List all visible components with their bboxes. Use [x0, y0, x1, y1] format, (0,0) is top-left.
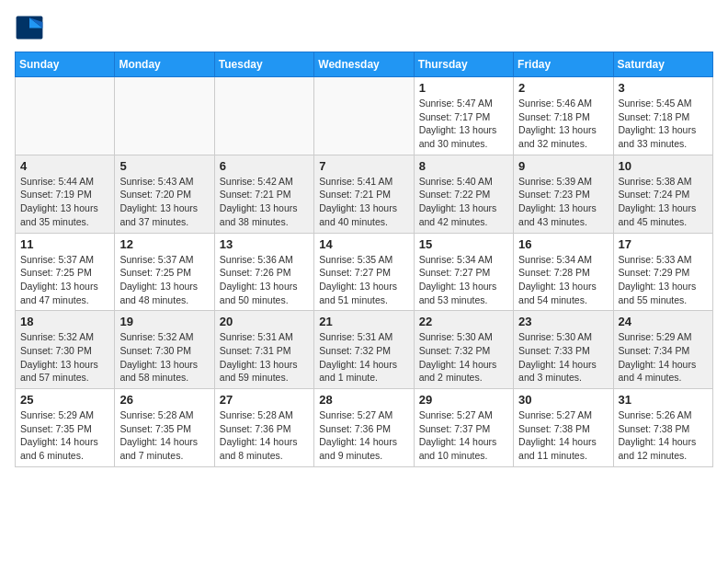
day-number: 18	[20, 315, 109, 328]
day-info: Sunrise: 5:41 AM Sunset: 7:21 PM Dayligh…	[319, 175, 408, 229]
day-number: 19	[119, 315, 209, 328]
day-number: 1	[419, 81, 508, 95]
day-info: Sunrise: 5:36 AM Sunset: 7:26 PM Dayligh…	[220, 253, 309, 307]
day-number: 22	[419, 315, 508, 328]
day-info: Sunrise: 5:34 AM Sunset: 7:27 PM Dayligh…	[419, 253, 508, 307]
calendar-cell: 3Sunrise: 5:45 AM Sunset: 7:18 PM Daylig…	[613, 77, 712, 155]
weekday-saturday: Saturday	[613, 52, 712, 77]
calendar-cell: 13Sunrise: 5:36 AM Sunset: 7:26 PM Dayli…	[214, 233, 313, 311]
weekday-row: SundayMondayTuesdayWednesdayThursdayFrid…	[16, 52, 713, 77]
day-number: 6	[220, 159, 309, 173]
week-row-4: 18Sunrise: 5:32 AM Sunset: 7:30 PM Dayli…	[16, 311, 713, 389]
day-info: Sunrise: 5:40 AM Sunset: 7:22 PM Dayligh…	[419, 175, 508, 229]
day-info: Sunrise: 5:47 AM Sunset: 7:17 PM Dayligh…	[419, 97, 508, 151]
day-info: Sunrise: 5:34 AM Sunset: 7:28 PM Dayligh…	[518, 253, 608, 307]
weekday-monday: Monday	[115, 52, 214, 77]
day-info: Sunrise: 5:38 AM Sunset: 7:24 PM Dayligh…	[619, 175, 708, 229]
day-info: Sunrise: 5:32 AM Sunset: 7:30 PM Dayligh…	[119, 330, 209, 385]
day-number: 30	[518, 393, 608, 407]
calendar-cell: 10Sunrise: 5:38 AM Sunset: 7:24 PM Dayli…	[613, 155, 712, 233]
calendar-cell: 6Sunrise: 5:42 AM Sunset: 7:21 PM Daylig…	[214, 155, 313, 233]
calendar-cell: 8Sunrise: 5:40 AM Sunset: 7:22 PM Daylig…	[414, 155, 513, 233]
week-row-1: 1Sunrise: 5:47 AM Sunset: 7:17 PM Daylig…	[16, 77, 713, 155]
day-info: Sunrise: 5:28 AM Sunset: 7:35 PM Dayligh…	[119, 408, 209, 463]
day-info: Sunrise: 5:32 AM Sunset: 7:30 PM Dayligh…	[20, 330, 109, 385]
calendar-cell: 29Sunrise: 5:27 AM Sunset: 7:37 PM Dayli…	[414, 389, 513, 467]
day-number: 3	[619, 81, 708, 95]
calendar-cell: 4Sunrise: 5:44 AM Sunset: 7:19 PM Daylig…	[16, 155, 115, 233]
day-number: 29	[419, 393, 508, 407]
day-info: Sunrise: 5:28 AM Sunset: 7:36 PM Dayligh…	[220, 408, 309, 463]
calendar-cell: 5Sunrise: 5:43 AM Sunset: 7:20 PM Daylig…	[115, 155, 214, 233]
calendar-cell: 7Sunrise: 5:41 AM Sunset: 7:21 PM Daylig…	[314, 155, 414, 233]
day-info: Sunrise: 5:33 AM Sunset: 7:29 PM Dayligh…	[619, 253, 708, 307]
calendar-cell: 9Sunrise: 5:39 AM Sunset: 7:23 PM Daylig…	[514, 155, 613, 233]
day-info: Sunrise: 5:30 AM Sunset: 7:32 PM Dayligh…	[419, 330, 508, 385]
calendar-cell: 14Sunrise: 5:35 AM Sunset: 7:27 PM Dayli…	[314, 233, 414, 311]
calendar-cell: 25Sunrise: 5:29 AM Sunset: 7:35 PM Dayli…	[16, 389, 115, 467]
day-number: 21	[319, 315, 408, 328]
calendar-cell: 20Sunrise: 5:31 AM Sunset: 7:31 PM Dayli…	[214, 311, 313, 389]
day-number: 25	[20, 393, 109, 407]
day-number: 7	[319, 159, 408, 173]
calendar-cell: 27Sunrise: 5:28 AM Sunset: 7:36 PM Dayli…	[214, 389, 313, 467]
day-number: 13	[220, 237, 309, 251]
day-info: Sunrise: 5:46 AM Sunset: 7:18 PM Dayligh…	[518, 97, 608, 151]
day-info: Sunrise: 5:31 AM Sunset: 7:31 PM Dayligh…	[220, 330, 309, 385]
day-info: Sunrise: 5:30 AM Sunset: 7:33 PM Dayligh…	[518, 330, 608, 385]
day-number: 26	[119, 393, 209, 407]
day-info: Sunrise: 5:39 AM Sunset: 7:23 PM Dayligh…	[518, 175, 608, 229]
day-number: 16	[518, 237, 608, 251]
calendar-cell	[16, 77, 115, 155]
calendar-cell: 31Sunrise: 5:26 AM Sunset: 7:38 PM Dayli…	[613, 389, 712, 467]
calendar-cell: 22Sunrise: 5:30 AM Sunset: 7:32 PM Dayli…	[414, 311, 513, 389]
day-info: Sunrise: 5:29 AM Sunset: 7:35 PM Dayligh…	[20, 408, 109, 463]
calendar-cell: 28Sunrise: 5:27 AM Sunset: 7:36 PM Dayli…	[314, 389, 414, 467]
day-info: Sunrise: 5:26 AM Sunset: 7:38 PM Dayligh…	[619, 408, 708, 463]
calendar-cell: 2Sunrise: 5:46 AM Sunset: 7:18 PM Daylig…	[514, 77, 613, 155]
day-number: 14	[319, 237, 408, 251]
calendar-cell: 15Sunrise: 5:34 AM Sunset: 7:27 PM Dayli…	[414, 233, 513, 311]
calendar-cell: 11Sunrise: 5:37 AM Sunset: 7:25 PM Dayli…	[16, 233, 115, 311]
day-info: Sunrise: 5:27 AM Sunset: 7:37 PM Dayligh…	[419, 408, 508, 463]
calendar-cell	[314, 77, 414, 155]
day-info: Sunrise: 5:44 AM Sunset: 7:19 PM Dayligh…	[20, 175, 109, 229]
day-number: 10	[619, 159, 708, 173]
day-number: 28	[319, 393, 408, 407]
weekday-sunday: Sunday	[16, 52, 115, 77]
calendar-cell: 12Sunrise: 5:37 AM Sunset: 7:25 PM Dayli…	[115, 233, 214, 311]
week-row-5: 25Sunrise: 5:29 AM Sunset: 7:35 PM Dayli…	[16, 389, 713, 467]
logo	[15, 15, 48, 40]
calendar-cell: 21Sunrise: 5:31 AM Sunset: 7:32 PM Dayli…	[314, 311, 414, 389]
calendar-cell: 16Sunrise: 5:34 AM Sunset: 7:28 PM Dayli…	[514, 233, 613, 311]
day-number: 5	[119, 159, 209, 173]
weekday-friday: Friday	[514, 52, 613, 77]
calendar-cell	[214, 77, 313, 155]
calendar-header: SundayMondayTuesdayWednesdayThursdayFrid…	[16, 52, 713, 77]
calendar-cell: 18Sunrise: 5:32 AM Sunset: 7:30 PM Dayli…	[16, 311, 115, 389]
weekday-tuesday: Tuesday	[214, 52, 313, 77]
calendar-cell: 23Sunrise: 5:30 AM Sunset: 7:33 PM Dayli…	[514, 311, 613, 389]
day-info: Sunrise: 5:27 AM Sunset: 7:36 PM Dayligh…	[319, 408, 408, 463]
day-info: Sunrise: 5:42 AM Sunset: 7:21 PM Dayligh…	[220, 175, 309, 229]
day-number: 12	[119, 237, 209, 251]
day-info: Sunrise: 5:35 AM Sunset: 7:27 PM Dayligh…	[319, 253, 408, 307]
day-number: 31	[619, 393, 708, 407]
logo-icon	[15, 15, 44, 40]
day-number: 17	[619, 237, 708, 251]
day-info: Sunrise: 5:27 AM Sunset: 7:38 PM Dayligh…	[518, 408, 608, 463]
day-info: Sunrise: 5:37 AM Sunset: 7:25 PM Dayligh…	[119, 253, 209, 307]
day-number: 9	[518, 159, 608, 173]
week-row-2: 4Sunrise: 5:44 AM Sunset: 7:19 PM Daylig…	[16, 155, 713, 233]
calendar-body: 1Sunrise: 5:47 AM Sunset: 7:17 PM Daylig…	[16, 77, 713, 467]
calendar-cell: 30Sunrise: 5:27 AM Sunset: 7:38 PM Dayli…	[514, 389, 613, 467]
day-info: Sunrise: 5:31 AM Sunset: 7:32 PM Dayligh…	[319, 330, 408, 385]
day-number: 20	[220, 315, 309, 328]
day-info: Sunrise: 5:43 AM Sunset: 7:20 PM Dayligh…	[119, 175, 209, 229]
weekday-wednesday: Wednesday	[314, 52, 414, 77]
day-number: 8	[419, 159, 508, 173]
calendar-cell	[115, 77, 214, 155]
day-info: Sunrise: 5:45 AM Sunset: 7:18 PM Dayligh…	[619, 97, 708, 151]
calendar-cell: 24Sunrise: 5:29 AM Sunset: 7:34 PM Dayli…	[613, 311, 712, 389]
page-header	[15, 15, 713, 40]
